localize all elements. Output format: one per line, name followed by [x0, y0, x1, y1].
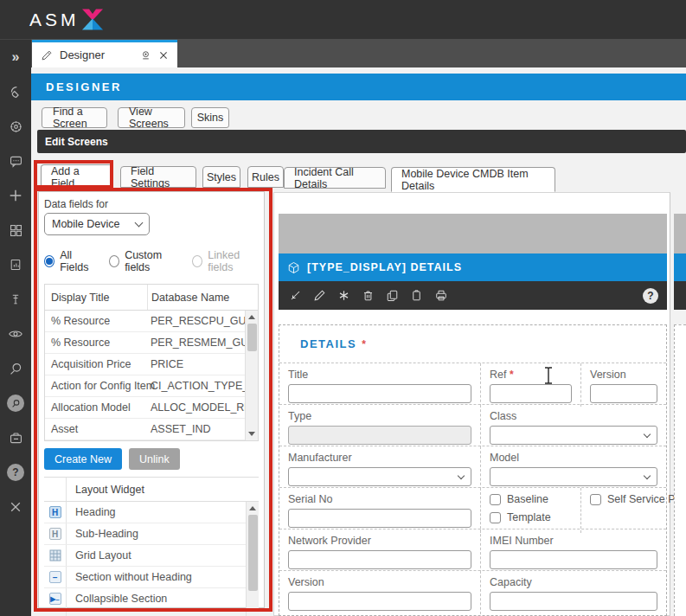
ref-field-cell[interactable]: Ref *	[480, 363, 580, 407]
tab-incident-call-details[interactable]: Incident Call Details	[284, 167, 386, 189]
all-fields-radio[interactable]	[44, 255, 54, 267]
create-new-button[interactable]: Create New	[44, 448, 122, 470]
version-input[interactable]	[590, 384, 657, 403]
tab-field-settings[interactable]: Field Settings	[120, 166, 196, 188]
linked-fields-label: Linked fields	[208, 249, 259, 273]
manufacturer-field-cell[interactable]: Manufacturer	[279, 446, 480, 490]
tab-styles[interactable]: Styles	[202, 166, 240, 188]
tab-skins[interactable]: Skins	[191, 107, 229, 128]
class-select[interactable]	[490, 426, 657, 445]
version2-input[interactable]	[288, 592, 471, 611]
tab-find-a-screen[interactable]: Find a Screen	[42, 107, 107, 128]
self-service-portal-checkbox-row[interactable]: Self Service Portal	[590, 493, 686, 505]
table-row[interactable]: Allocation ModelALLOC_MODEL_REF	[45, 397, 247, 419]
report-icon[interactable]	[0, 247, 31, 282]
version-field-cell[interactable]: Version	[580, 363, 666, 407]
serial-no-input[interactable]	[288, 509, 471, 528]
fields-table-scrollbar[interactable]	[245, 311, 258, 440]
network-provider-field-cell[interactable]: Network Provider	[279, 529, 480, 573]
database-name-column-header[interactable]: Database Name	[147, 285, 258, 310]
details-section-heading[interactable]: DETAILS *	[279, 325, 666, 363]
table-row[interactable]: Action for Config ItemCI_ACTION_TYPE_REF	[45, 375, 247, 397]
table-row[interactable]: Acquisition PricePRICE	[45, 354, 247, 375]
list-item[interactable]: ▶– Collapsible Section	[44, 588, 246, 610]
collapse-icon[interactable]	[289, 289, 302, 302]
close-tab-icon[interactable]	[158, 50, 169, 61]
version2-field-cell[interactable]: Version	[279, 571, 480, 614]
capacity-field-cell[interactable]: Capacity	[480, 571, 666, 614]
list-item[interactable]: Grid Layout	[44, 545, 246, 567]
tab-view-screens[interactable]: View Screens	[118, 107, 185, 128]
capacity-input[interactable]	[490, 592, 657, 611]
title-input[interactable]	[288, 384, 471, 403]
search-icon[interactable]	[0, 351, 31, 386]
tab-rules[interactable]: Rules	[247, 166, 284, 188]
class-label: Class	[490, 410, 657, 422]
title-field-cell[interactable]: Title	[279, 363, 480, 407]
scrollbar-thumb[interactable]	[247, 324, 257, 351]
table-row[interactable]: % ResourcePER_RESMEM_GUARA	[45, 332, 247, 354]
model-select[interactable]	[490, 467, 657, 486]
ref-input[interactable]	[490, 384, 572, 403]
help-icon[interactable]: ?	[0, 455, 31, 490]
copy-icon[interactable]	[386, 289, 399, 302]
imei-number-input[interactable]	[490, 550, 657, 569]
list-item[interactable]: H Heading	[44, 502, 246, 523]
template-checkbox-row[interactable]: Template	[490, 511, 572, 523]
layout-widget-column-header[interactable]: Layout Widget	[67, 484, 144, 496]
type-display-details-header[interactable]: [TYPE_DISPLAY] DETAILS	[279, 253, 667, 281]
plus-icon[interactable]	[0, 178, 31, 213]
self-service-portal-checkbox[interactable]	[590, 494, 601, 505]
tab-mobile-device-cmdb-item-details[interactable]: Mobile Device CMDB Item Details	[391, 167, 555, 192]
model-field-cell[interactable]: Model	[480, 446, 666, 490]
entity-select[interactable]: Mobile Device	[44, 213, 150, 235]
display-title-column-header[interactable]: Display Title	[45, 292, 147, 304]
manufacturer-select[interactable]	[288, 467, 471, 486]
network-provider-input[interactable]	[288, 550, 471, 569]
serial-no-field-cell[interactable]: Serial No	[279, 488, 480, 533]
widget-table-scrollbar[interactable]	[246, 502, 259, 616]
baseline-template-cell: Baseline Template	[480, 488, 580, 533]
list-item[interactable]: H Sub-Heading	[44, 523, 246, 545]
asterisk-icon[interactable]	[337, 289, 350, 302]
user-search-icon[interactable]	[0, 386, 31, 420]
help-icon[interactable]: ?	[643, 288, 658, 304]
scroll-down-arrow[interactable]	[248, 432, 255, 436]
delete-icon[interactable]	[362, 289, 375, 302]
paste-icon[interactable]	[410, 289, 423, 302]
unlink-button[interactable]: Unlink	[129, 448, 180, 470]
custom-fields-radio[interactable]	[109, 255, 119, 267]
data-fields-for-label: Data fields for	[44, 198, 259, 210]
chat-icon[interactable]	[0, 144, 31, 178]
scroll-up-arrow[interactable]	[248, 315, 255, 319]
scroll-up-arrow[interactable]	[249, 506, 256, 510]
eye-icon[interactable]	[0, 317, 31, 351]
baseline-checkbox[interactable]	[490, 494, 501, 505]
table-row[interactable]: AssetASSET_IND	[45, 419, 247, 440]
pin-tab-icon[interactable]	[140, 49, 151, 61]
template-checkbox[interactable]	[490, 512, 501, 523]
panel-header-title: [TYPE_DISPLAY] DETAILS	[307, 261, 462, 273]
baseline-checkbox-row[interactable]: Baseline	[490, 493, 572, 505]
list-item[interactable]: HTML editor	[44, 610, 246, 616]
table-row[interactable]: % ResourcePER_RESCPU_GUARAN	[45, 311, 247, 332]
imei-number-field-cell[interactable]: IMEI Number	[480, 529, 666, 573]
grid-icon[interactable]	[0, 213, 31, 247]
details-section: DETAILS * Title Ref * Version Type	[279, 324, 667, 616]
scrollbar-thumb[interactable]	[248, 515, 258, 591]
print-icon[interactable]	[434, 289, 448, 302]
class-field-cell[interactable]: Class	[480, 405, 666, 448]
type-field-cell[interactable]: Type	[279, 405, 480, 448]
list-item[interactable]: – Section without Heading	[44, 567, 246, 588]
briefcase-icon[interactable]	[0, 420, 31, 455]
double-chevron-icon[interactable]: »	[0, 40, 31, 74]
gear-icon[interactable]	[0, 109, 31, 144]
close-icon[interactable]	[0, 490, 31, 524]
type-input	[288, 426, 471, 445]
edit-icon[interactable]	[313, 289, 326, 302]
tab-add-a-field[interactable]: Add a Field	[41, 164, 113, 189]
pin-icon[interactable]	[0, 282, 31, 317]
cutoff-panel-fragment	[674, 214, 686, 253]
tab-designer[interactable]: Designer	[32, 40, 177, 67]
phone-icon[interactable]	[0, 74, 31, 109]
